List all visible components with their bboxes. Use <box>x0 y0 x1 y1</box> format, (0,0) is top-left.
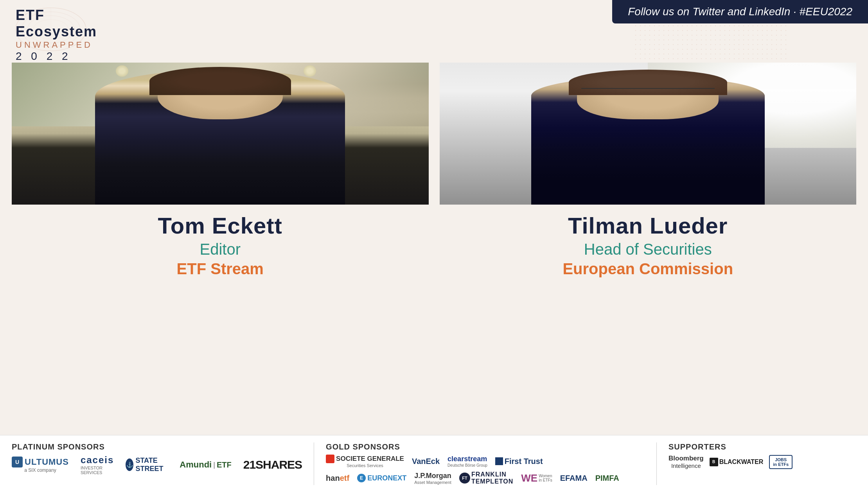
supporters-section: SUPPORTERS Bloomberg Intelligence B BLAC… <box>669 442 856 485</box>
video-right <box>440 63 857 205</box>
gold-logos-row2: hanetf E EURONEXT J.P.Morgan Asset Manag… <box>326 471 645 485</box>
sponsor-hanetf: hanetf <box>326 474 349 483</box>
sponsor-ultumus: U ULTUMUS a SIX company <box>12 457 69 473</box>
social-text: Follow us on Twitter and LinkedIn · #EEU… <box>628 5 852 18</box>
logo-unwrapped: UNWRAPPED <box>16 40 121 50</box>
supporters-label: SUPPORTERS <box>669 442 856 451</box>
supporters-logos: Bloomberg Intelligence B BLACKWATER JOBS… <box>669 455 856 469</box>
sponsor-sg: SOCIETE GENERALE Securities Services <box>326 455 404 468</box>
gold-logos-row1: SOCIETE GENERALE Securities Services Van… <box>326 455 645 468</box>
sponsor-women-etfs: WE Womenin ETFs <box>521 472 552 484</box>
event-logo: ETF Ecosystem UNWRAPPED 2 0 2 2 <box>12 4 121 63</box>
video-left <box>12 63 429 205</box>
sponsor-franklin-templeton: FT FRANKLIN TEMPLETON <box>459 471 513 485</box>
sponsor-vaneck: VanEck <box>412 457 440 466</box>
sponsor-efama: EFAMA <box>560 474 588 483</box>
logo-year: 2 0 2 2 <box>16 50 121 63</box>
platinum-label: PLATINUM SPONSORS <box>12 442 302 451</box>
sponsor-21shares: 21SHARES <box>243 458 302 471</box>
speaker-org-left: ETF Stream <box>16 260 425 278</box>
sponsor-jpmorgan: J.P.Morgan Asset Management <box>414 472 451 485</box>
sponsors-layout: PLATINUM SPONSORS U ULTUMUS a SIX compan… <box>12 442 856 485</box>
sponsor-euronext: E EURONEXT <box>357 474 406 482</box>
platinum-logos: U ULTUMUS a SIX company caceis INVESTOR … <box>12 455 302 475</box>
video-panels-container: Tom Eckett Editor ETF Stream <box>12 63 856 282</box>
supporter-blackwater: B BLACKWATER <box>710 458 764 466</box>
sponsor-caceis: caceis INVESTOR SERVICES <box>81 455 114 475</box>
speaker-org-right: European Commission <box>444 260 853 278</box>
sponsor-amundi: Amundi | ETF <box>180 460 231 470</box>
platinum-sponsors-section: PLATINUM SPONSORS U ULTUMUS a SIX compan… <box>12 442 314 485</box>
speaker-role-left: Editor <box>16 241 425 258</box>
supporter-bloomberg: Bloomberg Intelligence <box>669 455 704 469</box>
sponsor-clearstream: clearstream Deutsche Börse Group <box>447 455 487 467</box>
sponsor-pimfa: PIMFA <box>595 474 619 483</box>
sponsors-bar: PLATINUM SPONSORS U ULTUMUS a SIX compan… <box>0 435 868 489</box>
speaker-panel-right: Tilman Lueder Head of Securities Europea… <box>440 63 857 282</box>
speaker-name-left: Tom Eckett <box>16 212 425 239</box>
speaker-name-right: Tilman Lueder <box>444 212 853 239</box>
gold-sponsors-section: GOLD SPONSORS SOCIETE GENERALE Securitie… <box>326 442 657 485</box>
speaker-info-right: Tilman Lueder Head of Securities Europea… <box>440 205 857 282</box>
sponsor-state-street: ⚓ STATE STREET <box>126 457 168 473</box>
logo-etf: ETF Ecosystem <box>16 7 121 40</box>
social-banner: Follow us on Twitter and LinkedIn · #EEU… <box>612 0 868 23</box>
speaker-role-right: Head of Securities <box>444 241 853 258</box>
speaker-info-left: Tom Eckett Editor ETF Stream <box>12 205 429 282</box>
sponsor-first-trust: First Trust <box>495 457 543 466</box>
supporter-jobs-in-etfs: JOBS in ETFs <box>769 455 793 469</box>
speaker-panel-left: Tom Eckett Editor ETF Stream <box>12 63 429 282</box>
gold-label: GOLD SPONSORS <box>326 442 645 451</box>
